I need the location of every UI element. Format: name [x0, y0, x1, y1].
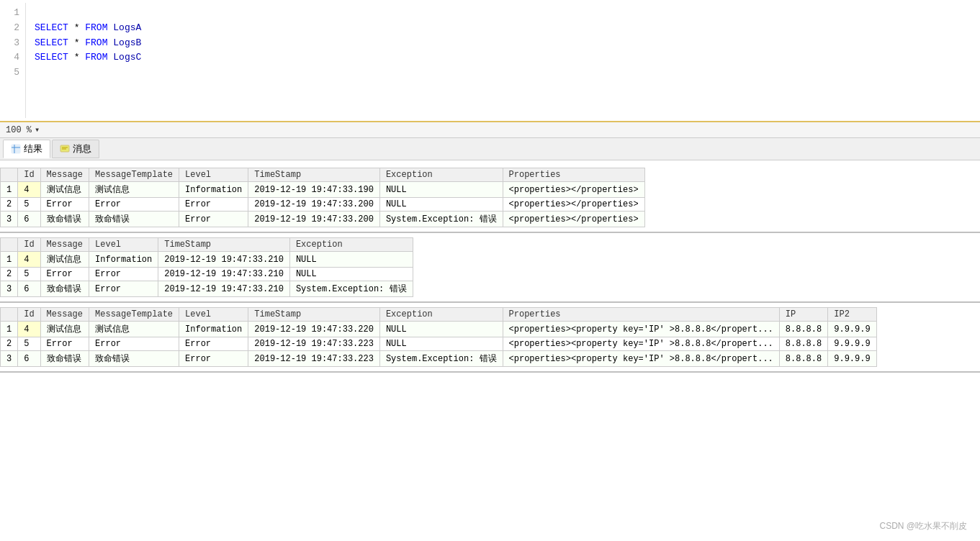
zoom-value: 100 %: [6, 125, 32, 135]
cell: Information: [179, 322, 248, 337]
tab-results[interactable]: 结果: [3, 140, 50, 158]
cell: 2019-12-19 19:47:33.210: [158, 252, 290, 268]
cell: 6: [18, 281, 40, 297]
cell: NULL: [379, 322, 503, 337]
row-num: 3: [1, 212, 18, 227]
cell: Error: [40, 268, 89, 281]
cell: System.Exception: 错误: [289, 281, 413, 297]
cell: NULL: [289, 268, 413, 281]
col-messagetemplate-1: MessageTemplate: [89, 168, 179, 182]
row-num: 2: [1, 337, 18, 351]
row-num: 1: [1, 182, 18, 198]
col-rownum-3: [1, 308, 18, 322]
code-content[interactable]: SELECT * FROM LogsA SELECT * FROM LogsB …: [26, 3, 980, 118]
result-block-1: Id Message MessageTemplate Level TimeSta…: [0, 168, 980, 233]
col-timestamp-2: TimeStamp: [158, 238, 290, 252]
cell: 2019-12-19 19:47:33.220: [248, 322, 380, 337]
table-row: 1 4 测试信息 Information 2019-12-19 19:47:33…: [1, 252, 413, 268]
cell: 5: [18, 268, 40, 281]
cell: 8.8.8.8: [779, 337, 827, 351]
table-icon: [11, 144, 21, 154]
cell: 2019-12-19 19:47:33.200: [248, 212, 380, 227]
cell: 8.8.8.8: [779, 322, 827, 337]
cell: Error: [179, 212, 248, 227]
result-block-3: Id Message MessageTemplate Level TimeSta…: [0, 307, 980, 373]
cell: System.Exception: 错误: [379, 351, 503, 367]
cell: NULL: [379, 198, 503, 212]
cell: 2019-12-19 19:47:33.210: [158, 268, 290, 281]
col-rownum-1: [1, 168, 18, 182]
cell: <properties><property key='IP' >8.8.8.8<…: [503, 351, 779, 367]
table-row: 3 6 致命错误 致命错误 Error 2019-12-19 19:47:33.…: [1, 351, 877, 367]
cell: 2019-12-19 19:47:33.223: [248, 351, 380, 367]
cell: NULL: [379, 337, 503, 351]
cell: 致命错误: [89, 351, 179, 367]
message-icon: [60, 144, 70, 154]
table-row: 2 5 Error Error Error 2019-12-19 19:47:3…: [1, 337, 877, 351]
cell: 测试信息: [89, 322, 179, 337]
col-level-2: Level: [89, 238, 158, 252]
cell: 2019-12-19 19:47:33.223: [248, 337, 380, 351]
table-row: 3 6 致命错误 Error 2019-12-19 19:47:33.210 S…: [1, 281, 413, 297]
cell: 致命错误: [40, 351, 89, 367]
zoom-bar: 100 % ▾: [0, 122, 980, 138]
cell: 测试信息: [40, 182, 89, 198]
tab-messages[interactable]: 消息: [52, 140, 99, 158]
row-num: 3: [1, 351, 18, 367]
cell: 6: [18, 212, 40, 227]
col-ip2-3: IP2: [828, 308, 876, 322]
zoom-dropdown-icon[interactable]: ▾: [35, 124, 40, 135]
row-num: 1: [1, 322, 18, 337]
table-row: 3 6 致命错误 致命错误 Error 2019-12-19 19:47:33.…: [1, 212, 645, 227]
col-messagetemplate-3: MessageTemplate: [89, 308, 179, 322]
cell: Error: [89, 337, 179, 351]
sql-editor[interactable]: 1 2 3 4 5 SELECT * FROM LogsA SELECT * F…: [0, 0, 980, 122]
cell: 致命错误: [40, 281, 89, 297]
cell: 致命错误: [89, 212, 179, 227]
cell: Error: [179, 198, 248, 212]
cell: 6: [18, 351, 40, 367]
cell: 测试信息: [40, 252, 89, 268]
cell: <properties><property key='IP' >8.8.8.8<…: [503, 337, 779, 351]
data-table-3: Id Message MessageTemplate Level TimeSta…: [0, 307, 877, 367]
row-num: 1: [1, 252, 18, 268]
table-row: 2 5 Error Error 2019-12-19 19:47:33.210 …: [1, 268, 413, 281]
col-id-1: Id: [18, 168, 40, 182]
cell: 9.9.9.9: [828, 322, 876, 337]
cell: NULL: [379, 182, 503, 198]
cell: 2019-12-19 19:47:33.210: [158, 281, 290, 297]
col-properties-3: Properties: [503, 308, 779, 322]
row-num: 2: [1, 198, 18, 212]
table-row: 1 4 测试信息 测试信息 Information 2019-12-19 19:…: [1, 322, 877, 337]
col-message-2: Message: [40, 238, 89, 252]
code-line-3: SELECT * FROM LogsB: [35, 36, 971, 51]
cell: 2019-12-19 19:47:33.190: [248, 182, 380, 198]
col-timestamp-3: TimeStamp: [248, 308, 380, 322]
table-row: 2 5 Error Error Error 2019-12-19 19:47:3…: [1, 198, 645, 212]
col-level-3: Level: [179, 308, 248, 322]
watermark: CSDN @吃水果不削皮: [879, 520, 967, 532]
cell: 2019-12-19 19:47:33.200: [248, 198, 380, 212]
cell: 4: [18, 182, 40, 198]
cell: <properties></properties>: [503, 182, 644, 198]
results-area[interactable]: Id Message MessageTemplate Level TimeSta…: [0, 160, 980, 378]
col-exception-2: Exception: [289, 238, 413, 252]
cell: 9.9.9.9: [828, 337, 876, 351]
col-id-3: Id: [18, 308, 40, 322]
code-line-2: SELECT * FROM LogsA: [35, 21, 971, 36]
cell: Error: [179, 337, 248, 351]
col-message-1: Message: [40, 168, 89, 182]
cell: Information: [89, 252, 158, 268]
col-properties-1: Properties: [503, 168, 644, 182]
tab-results-label: 结果: [24, 142, 42, 155]
cell: <properties></properties>: [503, 212, 644, 227]
code-line-1: [35, 6, 971, 21]
cell: System.Exception: 错误: [379, 212, 503, 227]
col-rownum-2: [1, 238, 18, 252]
cell: 5: [18, 337, 40, 351]
cell: 5: [18, 198, 40, 212]
line-numbers: 1 2 3 4 5: [0, 3, 26, 118]
col-exception-1: Exception: [379, 168, 503, 182]
cell: 测试信息: [89, 182, 179, 198]
cell: 4: [18, 252, 40, 268]
